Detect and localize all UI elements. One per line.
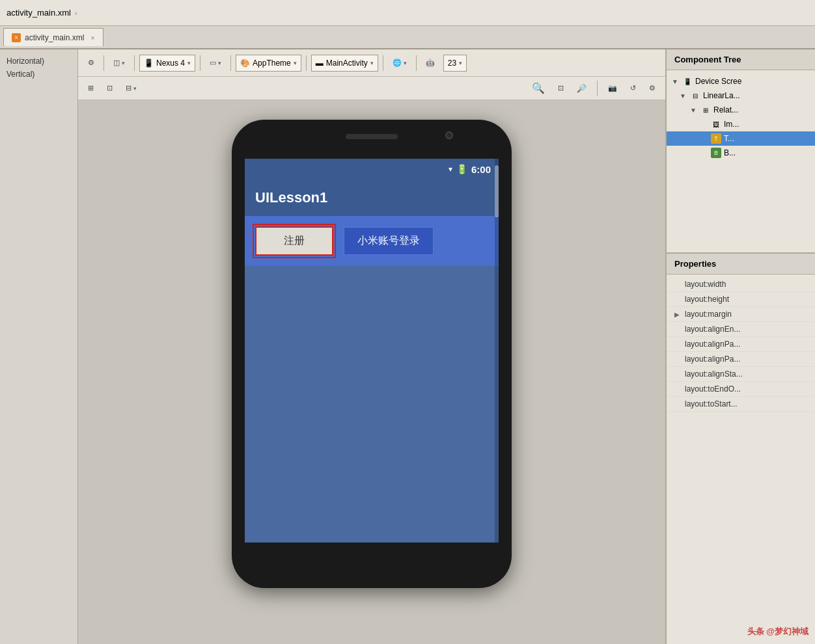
prop-layout-margin[interactable]: ▶ layout:margin [667,307,815,322]
separator2 [134,55,135,71]
prop-no-arrow-9 [674,401,682,408]
button-icon: B [711,148,721,158]
left-panel: Horizontal) Vertical) [0,49,78,644]
zoom-fit-button[interactable]: ⊡ [553,79,568,98]
toolbar2-btn3[interactable]: ⊟ ▾ [121,79,141,98]
tree-item-textview[interactable]: T T... [667,131,815,146]
zoom-fit-icon: ⊡ [558,84,564,92]
gear-button[interactable]: ⚙ [83,54,99,72]
prop-no-arrow-1 [674,281,682,288]
phone-speaker [346,134,398,139]
register-button[interactable]: 注册 [255,226,333,256]
separator3 [200,55,200,71]
prop-align-end: layout:alignEn... [667,322,815,337]
refresh-button[interactable]: ↺ [626,79,641,98]
xiaomi-login-btn[interactable]: 小米账号登录 [344,227,434,255]
android-button[interactable]: 🤖 [421,54,439,72]
tree-item-relativelayout[interactable]: ▼ ⊞ Relat... [667,103,815,117]
prop-align-start: layout:alignSta... [667,367,815,382]
toolbar2-btn1[interactable]: ⊞ [83,79,98,98]
device-dropdown-arrow: ▾ [187,60,191,66]
tab-xml-icon: X [12,33,21,42]
status-bar: ▾ 🔋 6:00 [245,159,499,180]
prop-no-arrow-2 [674,296,682,303]
wifi-icon: ▾ [449,165,452,174]
zoom-out-button[interactable]: 🔎 [572,79,591,98]
prop-no-arrow-7 [674,371,682,378]
prop-to-start-of: layout:toStart... [667,397,815,412]
prop-no-arrow-6 [674,356,682,363]
device-label: Nexus 4 [156,59,185,68]
textview-icon: T [711,133,721,144]
tree-item-imageview[interactable]: 🖼 Im... [667,117,815,131]
battery-icon: 🔋 [456,164,467,174]
layout-type-button[interactable]: ◫ ▾ [109,54,130,72]
theme-dropdown-arrow: ▾ [294,60,297,66]
tree-item-button[interactable]: B B... [667,146,815,160]
toolbar1: ⚙ ◫ ▾ 📱 Nexus 4 ▾ ▭ ▾ 🎨 AppTheme ▾ [78,49,665,77]
tab-activity-main[interactable]: X activity_main.xml × [3,28,104,46]
tree-toggle-linear: ▼ [680,92,687,100]
title-bar-arrow: › [75,9,77,17]
device-icon: 📱 [144,59,154,68]
tab-bar: X activity_main.xml × [0,26,815,49]
main-area: Horizontal) Vertical) ⚙ ◫ ▾ 📱 Nexus 4 ▾ [0,49,815,644]
device-dropdown[interactable]: 📱 Nexus 4 ▾ [139,55,195,72]
activity-dropdown[interactable]: ▬ MainActivity ▾ [311,55,378,72]
tree-toggle-button [700,150,708,157]
scroll-bar[interactable] [495,159,499,543]
preview-area: ▾ 🔋 6:00 UILesson1 注册 小米账号登录 [78,100,665,644]
theme-dropdown[interactable]: 🎨 AppTheme ▾ [236,55,301,72]
tree-item-linearlayout[interactable]: ▼ ⊟ LinearLa... [667,88,815,103]
separator7 [416,55,417,71]
prop-no-arrow-4 [674,326,682,333]
tab-close-btn[interactable]: × [90,34,94,42]
vertical-item[interactable]: Vertical) [3,68,75,81]
gear-icon: ⚙ [88,59,94,67]
shrink-icon: ⊟ [126,84,131,92]
camera-button[interactable]: 📷 [603,79,622,98]
phone-camera [445,131,453,139]
separator4 [230,55,231,71]
tree-toggle-image [700,121,708,128]
prop-align-parent2: layout:alignPa... [667,352,815,367]
app-title: UILesson1 [255,189,327,206]
phone-mockup: ▾ 🔋 6:00 UILesson1 注册 小米账号登录 [232,120,512,588]
zoom-out-icon: 🔎 [577,84,587,93]
separator1 [104,55,104,71]
toolbar2: ⊞ ⊡ ⊟ ▾ 🔍 ⊡ 🔎 📷 ↺ [78,77,665,100]
right-panel: Component Tree ▼ 📱 Device Scree ▼ ⊟ Line… [665,49,815,644]
tree-area: ▼ 📱 Device Scree ▼ ⊟ LinearLa... ▼ ⊞ Rel… [667,70,815,252]
tree-toggle-text [700,135,708,142]
tab-label: activity_main.xml [25,33,84,42]
prop-no-arrow-5 [674,341,682,348]
tree-toggle-relative: ▼ [690,107,698,114]
frame-button[interactable]: ▭ ▾ [205,54,226,72]
properties-header: Properties [667,252,815,275]
settings-icon: ⚙ [649,84,656,92]
prop-no-arrow-8 [674,386,682,393]
tree-item-device-screen[interactable]: ▼ 📱 Device Scree [667,74,815,88]
settings-button2[interactable]: ⚙ [644,79,660,98]
api-label: 23 [448,59,456,68]
prop-to-end-of: layout:toEndO... [667,382,815,397]
center-area: ⚙ ◫ ▾ 📱 Nexus 4 ▾ ▭ ▾ 🎨 AppTheme ▾ [78,49,665,644]
horizontal-item[interactable]: Horizontal) [3,55,75,68]
activity-dropdown-arrow: ▾ [370,60,374,66]
relativelayout-icon: ⊞ [700,105,711,115]
status-time: 6:00 [471,164,491,175]
app-bar: UILesson1 [245,180,499,216]
zoom-in-button[interactable]: 🔍 [527,79,549,98]
prop-layout-height: layout:height [667,292,815,307]
globe-button[interactable]: 🌐 ▾ [388,54,411,72]
imageview-icon: 🖼 [711,119,721,129]
toolbar2-btn2[interactable]: ⊡ [102,79,117,98]
prop-layout-width: layout:width [667,277,815,292]
fit-icon: ⊡ [107,84,113,92]
prop-align-parent1: layout:alignPa... [667,337,815,352]
layout-dropdown-arrow: ▾ [122,60,125,66]
properties-area: layout:width layout:height ▶ layout:marg… [667,275,815,644]
api-dropdown-arrow: ▾ [459,60,462,66]
api-dropdown[interactable]: 23 ▾ [443,55,467,72]
refresh-icon: ↺ [630,84,636,92]
